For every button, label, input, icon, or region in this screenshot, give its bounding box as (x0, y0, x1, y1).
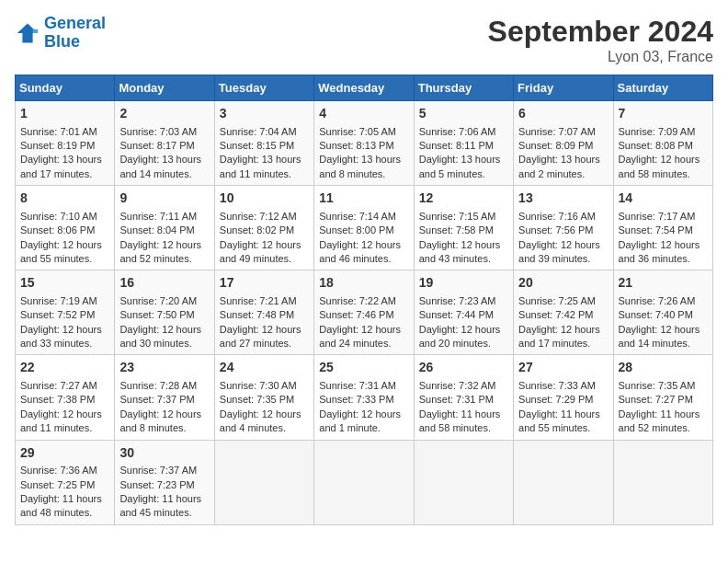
day-number: 28 (619, 359, 708, 377)
weekday-header-row: SundayMondayTuesdayWednesdayThursdayFrid… (16, 75, 713, 101)
day-number: 9 (119, 190, 209, 208)
day-number: 27 (518, 359, 608, 377)
weekday-header-monday: Monday (115, 75, 214, 101)
calendar-day-cell: 1Sunrise: 7:01 AMSunset: 8:19 PMDaylight… (16, 101, 115, 186)
day-number: 8 (20, 190, 109, 208)
day-info: Sunrise: 7:04 AMSunset: 8:15 PMDaylight:… (220, 125, 309, 182)
calendar-day-cell: 11Sunrise: 7:14 AMSunset: 8:00 PMDayligh… (314, 186, 414, 270)
day-info: Sunrise: 7:26 AMSunset: 7:40 PMDaylight:… (619, 294, 708, 351)
day-info: Sunrise: 7:22 AMSunset: 7:46 PMDaylight:… (319, 294, 408, 351)
calendar-day-cell: 19Sunrise: 7:23 AMSunset: 7:44 PMDayligh… (414, 270, 513, 355)
title-block: September 2024 Lyon 03, France (488, 15, 713, 65)
day-info: Sunrise: 7:25 AMSunset: 7:42 PMDaylight:… (518, 294, 608, 351)
day-info: Sunrise: 7:37 AMSunset: 7:23 PMDaylight:… (119, 464, 209, 521)
weekday-header-tuesday: Tuesday (214, 75, 313, 101)
day-number: 24 (220, 359, 309, 377)
day-info: Sunrise: 7:15 AMSunset: 7:58 PMDaylight:… (419, 210, 508, 267)
day-number: 16 (119, 274, 209, 293)
calendar-day-cell: 12Sunrise: 7:15 AMSunset: 7:58 PMDayligh… (414, 186, 513, 270)
day-info: Sunrise: 7:31 AMSunset: 7:33 PMDaylight:… (319, 379, 408, 436)
day-number: 20 (518, 274, 608, 293)
calendar-day-cell: 10Sunrise: 7:12 AMSunset: 8:02 PMDayligh… (214, 186, 313, 270)
day-number: 1 (20, 105, 109, 123)
calendar-table: SundayMondayTuesdayWednesdayThursdayFrid… (15, 75, 713, 525)
day-number: 12 (419, 190, 508, 208)
day-info: Sunrise: 7:16 AMSunset: 7:56 PMDaylight:… (518, 210, 608, 267)
location-title: Lyon 03, France (488, 49, 713, 65)
month-title: September 2024 (488, 15, 713, 49)
day-number: 6 (518, 105, 608, 123)
calendar-day-cell: 21Sunrise: 7:26 AMSunset: 7:40 PMDayligh… (613, 270, 712, 355)
day-info: Sunrise: 7:28 AMSunset: 7:37 PMDaylight:… (119, 379, 209, 436)
calendar-day-cell (514, 440, 613, 524)
calendar-day-cell: 29Sunrise: 7:36 AMSunset: 7:25 PMDayligh… (16, 440, 115, 524)
svg-marker-2 (33, 29, 39, 33)
weekday-header-thursday: Thursday (414, 75, 513, 101)
day-info: Sunrise: 7:06 AMSunset: 8:11 PMDaylight:… (419, 125, 508, 182)
day-number: 18 (319, 274, 408, 293)
calendar-day-cell: 28Sunrise: 7:35 AMSunset: 7:27 PMDayligh… (613, 355, 712, 440)
calendar-day-cell (613, 440, 712, 524)
day-info: Sunrise: 7:09 AMSunset: 8:08 PMDaylight:… (619, 125, 708, 182)
day-number: 13 (518, 190, 608, 208)
logo-icon (15, 20, 40, 46)
calendar-day-cell (214, 440, 313, 524)
day-number: 21 (619, 274, 708, 293)
day-number: 26 (419, 359, 508, 377)
day-info: Sunrise: 7:20 AMSunset: 7:50 PMDaylight:… (119, 294, 209, 351)
day-info: Sunrise: 7:12 AMSunset: 8:02 PMDaylight:… (220, 210, 309, 267)
calendar-day-cell: 3Sunrise: 7:04 AMSunset: 8:15 PMDaylight… (214, 101, 313, 186)
day-info: Sunrise: 7:32 AMSunset: 7:31 PMDaylight:… (419, 379, 508, 436)
day-number: 10 (220, 190, 309, 208)
day-number: 23 (119, 359, 209, 377)
day-info: Sunrise: 7:19 AMSunset: 7:52 PMDaylight:… (20, 294, 109, 351)
calendar-day-cell: 24Sunrise: 7:30 AMSunset: 7:35 PMDayligh… (214, 355, 313, 440)
day-number: 3 (220, 105, 309, 123)
calendar-day-cell: 26Sunrise: 7:32 AMSunset: 7:31 PMDayligh… (414, 355, 513, 440)
day-number: 11 (319, 190, 408, 208)
calendar-day-cell: 30Sunrise: 7:37 AMSunset: 7:23 PMDayligh… (115, 440, 214, 524)
calendar-day-cell: 2Sunrise: 7:03 AMSunset: 8:17 PMDaylight… (115, 101, 214, 186)
calendar-day-cell: 18Sunrise: 7:22 AMSunset: 7:46 PMDayligh… (314, 270, 414, 355)
calendar-week-4: 22Sunrise: 7:27 AMSunset: 7:38 PMDayligh… (16, 355, 713, 440)
day-number: 22 (20, 359, 109, 377)
calendar-week-3: 15Sunrise: 7:19 AMSunset: 7:52 PMDayligh… (16, 270, 713, 355)
day-info: Sunrise: 7:33 AMSunset: 7:29 PMDaylight:… (518, 379, 608, 436)
day-number: 15 (20, 274, 109, 293)
day-number: 7 (619, 105, 708, 123)
day-info: Sunrise: 7:17 AMSunset: 7:54 PMDaylight:… (619, 210, 708, 267)
day-info: Sunrise: 7:07 AMSunset: 8:09 PMDaylight:… (518, 125, 608, 182)
calendar-day-cell: 17Sunrise: 7:21 AMSunset: 7:48 PMDayligh… (214, 270, 313, 355)
day-info: Sunrise: 7:35 AMSunset: 7:27 PMDaylight:… (619, 379, 708, 436)
day-number: 14 (619, 190, 708, 208)
weekday-header-saturday: Saturday (613, 75, 712, 101)
day-info: Sunrise: 7:14 AMSunset: 8:00 PMDaylight:… (319, 210, 408, 267)
day-info: Sunrise: 7:11 AMSunset: 8:04 PMDaylight:… (119, 210, 209, 267)
day-number: 17 (220, 274, 309, 293)
day-info: Sunrise: 7:01 AMSunset: 8:19 PMDaylight:… (20, 125, 109, 182)
calendar-day-cell (414, 440, 513, 524)
calendar-day-cell: 23Sunrise: 7:28 AMSunset: 7:37 PMDayligh… (115, 355, 214, 440)
calendar-day-cell: 16Sunrise: 7:20 AMSunset: 7:50 PMDayligh… (115, 270, 214, 355)
day-number: 4 (319, 105, 408, 123)
day-info: Sunrise: 7:05 AMSunset: 8:13 PMDaylight:… (319, 125, 408, 182)
calendar-day-cell: 15Sunrise: 7:19 AMSunset: 7:52 PMDayligh… (16, 270, 115, 355)
calendar-day-cell: 22Sunrise: 7:27 AMSunset: 7:38 PMDayligh… (16, 355, 115, 440)
day-info: Sunrise: 7:27 AMSunset: 7:38 PMDaylight:… (20, 379, 109, 436)
weekday-header-wednesday: Wednesday (314, 75, 414, 101)
logo: General Blue (15, 15, 106, 52)
calendar-day-cell: 5Sunrise: 7:06 AMSunset: 8:11 PMDaylight… (414, 101, 513, 186)
day-info: Sunrise: 7:30 AMSunset: 7:35 PMDaylight:… (220, 379, 309, 436)
calendar-day-cell: 27Sunrise: 7:33 AMSunset: 7:29 PMDayligh… (514, 355, 613, 440)
calendar-day-cell: 25Sunrise: 7:31 AMSunset: 7:33 PMDayligh… (314, 355, 414, 440)
day-number: 25 (319, 359, 408, 377)
logo-text: General Blue (44, 15, 106, 52)
calendar-day-cell: 13Sunrise: 7:16 AMSunset: 7:56 PMDayligh… (514, 186, 613, 270)
calendar-day-cell: 14Sunrise: 7:17 AMSunset: 7:54 PMDayligh… (613, 186, 712, 270)
day-number: 19 (419, 274, 508, 293)
calendar-week-2: 8Sunrise: 7:10 AMSunset: 8:06 PMDaylight… (16, 186, 713, 270)
calendar-day-cell: 7Sunrise: 7:09 AMSunset: 8:08 PMDaylight… (613, 101, 712, 186)
day-number: 30 (119, 444, 209, 463)
calendar-week-5: 29Sunrise: 7:36 AMSunset: 7:25 PMDayligh… (16, 440, 713, 524)
calendar-day-cell: 9Sunrise: 7:11 AMSunset: 8:04 PMDaylight… (115, 186, 214, 270)
